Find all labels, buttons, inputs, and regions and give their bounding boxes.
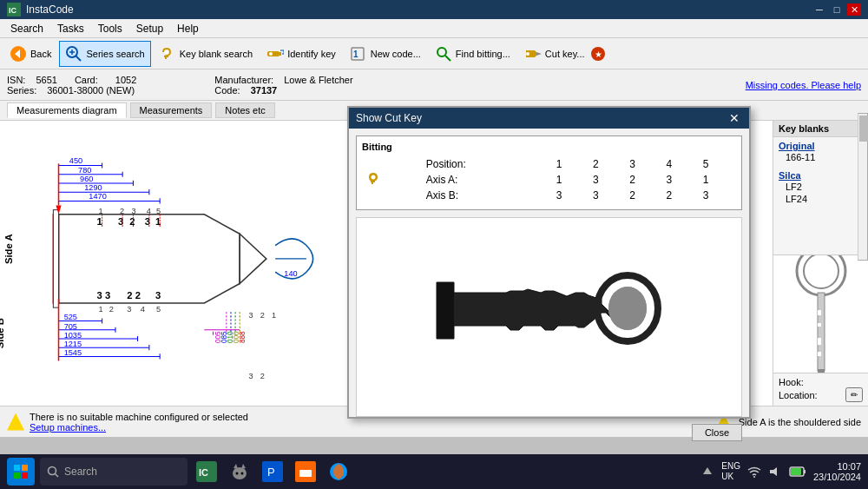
missing-codes-link[interactable]: Missing codes. Please help xyxy=(746,80,861,90)
original-label[interactable]: Original xyxy=(779,141,863,151)
menu-setup[interactable]: Setup xyxy=(129,21,170,36)
original-item[interactable]: 166-11 xyxy=(779,151,863,163)
svg-point-117 xyxy=(49,467,56,475)
taskbar-app-firefox[interactable] xyxy=(325,458,352,486)
svg-marker-22 xyxy=(240,234,266,283)
pos-4: 4 xyxy=(662,157,697,171)
axis-b-4: 2 xyxy=(662,188,697,202)
svg-text:5: 5 xyxy=(156,207,161,215)
tab-measurements-diagram[interactable]: Measurements diagram xyxy=(7,102,127,118)
svg-line-5 xyxy=(76,56,81,61)
svg-text:2: 2 xyxy=(129,216,135,227)
table-row: Position: 1 2 3 4 5 xyxy=(364,157,734,171)
maximize-button[interactable]: □ xyxy=(830,3,844,16)
svg-marker-122 xyxy=(233,464,238,469)
tab-notes[interactable]: Notes etc xyxy=(215,102,274,118)
svg-rect-116 xyxy=(22,472,28,479)
card-value: 1052 xyxy=(115,75,136,85)
svg-text:Side B: Side B xyxy=(0,318,5,348)
menu-search[interactable]: Search xyxy=(3,21,50,36)
taskbar: Search IC P ENG UK 10:07 23/10/2024 xyxy=(0,454,868,489)
axis-b-2: 3 xyxy=(589,188,624,202)
svg-rect-136 xyxy=(791,468,801,475)
svg-point-137 xyxy=(372,175,376,179)
taskbar-app-blue[interactable]: P xyxy=(259,458,286,486)
card-label: Card: xyxy=(75,75,98,85)
position-label: Position: xyxy=(423,157,551,171)
key-image-area: ⊤⊤ xyxy=(773,254,868,373)
start-button[interactable] xyxy=(7,458,35,486)
axis-a-5: 1 xyxy=(700,173,734,187)
pos-5: 5 xyxy=(700,157,734,171)
taskbar-app-orange[interactable] xyxy=(292,458,319,486)
svg-line-16 xyxy=(445,56,450,61)
side-a-text: Side A is the shouldered side xyxy=(739,417,861,427)
cut-key-close-icon[interactable]: ✕ xyxy=(727,110,742,126)
svg-rect-102 xyxy=(818,293,825,371)
svg-text:3: 3 xyxy=(248,311,253,320)
taskbar-app-instacode[interactable]: IC xyxy=(193,458,220,486)
dialog-close-button[interactable]: Close xyxy=(692,424,742,441)
identify-key-icon xyxy=(266,45,284,63)
cut-key-icon xyxy=(524,45,542,63)
taskbar-app-cat[interactable] xyxy=(226,458,253,486)
edit-location-button[interactable]: ✏ xyxy=(845,387,863,402)
key-blank-search-icon xyxy=(159,45,176,63)
svg-point-17 xyxy=(526,52,529,56)
key-blanks-scrollbar[interactable] xyxy=(858,113,868,261)
svg-text:2: 2 xyxy=(260,311,265,320)
close-button[interactable]: ✕ xyxy=(847,3,861,16)
new-code-button[interactable]: 1 New code... xyxy=(344,41,427,67)
svg-rect-135 xyxy=(804,470,806,473)
svg-text:1545: 1545 xyxy=(64,348,82,357)
taskbar-right: ENG UK 10:07 23/10/2024 xyxy=(700,461,861,482)
svg-text:525: 525 xyxy=(64,313,77,321)
cut-key-dialog-title: Show Cut Key ✕ xyxy=(349,108,749,129)
svg-text:1: 1 xyxy=(99,305,103,314)
svg-text:2: 2 xyxy=(120,207,124,215)
identify-key-button[interactable]: Identify key xyxy=(260,41,342,67)
search-box[interactable]: Search xyxy=(40,458,187,486)
svg-rect-106 xyxy=(818,323,821,327)
svg-point-132 xyxy=(753,476,755,478)
back-button[interactable]: Back xyxy=(3,41,57,67)
silca-label[interactable]: Silca xyxy=(779,170,863,181)
series-search-button[interactable]: Series search xyxy=(59,41,150,67)
svg-text:780: 780 xyxy=(78,166,91,175)
svg-rect-115 xyxy=(14,472,20,479)
tab-measurements[interactable]: Measurements xyxy=(130,102,213,118)
find-bitting-icon xyxy=(435,45,452,63)
menu-tools[interactable]: Tools xyxy=(91,21,129,36)
title-bar-left: IC InstaCode xyxy=(7,3,74,17)
code-value: 37137 xyxy=(251,85,278,96)
menu-help[interactable]: Help xyxy=(170,21,206,36)
axis-b-5: 3 xyxy=(700,188,734,202)
hook-label: Hook: xyxy=(779,377,863,387)
cut-key-button[interactable]: Cut key... xyxy=(518,41,591,67)
key-blank-search-button[interactable]: Key blank search xyxy=(153,41,259,67)
svg-rect-129 xyxy=(299,470,312,477)
search-icon xyxy=(47,466,59,478)
cut-key-dialog: Show Cut Key ✕ Bitting Position: 1 2 3 4… xyxy=(347,106,751,419)
manufacturer-label: Manufacturer: xyxy=(214,75,273,85)
svg-rect-113 xyxy=(14,465,20,471)
svg-text:705: 705 xyxy=(64,322,77,331)
isn-value: 5651 xyxy=(36,75,56,85)
silca-item-lf24[interactable]: LF24 xyxy=(779,193,863,205)
title-text: InstaCode xyxy=(26,3,74,16)
tray-up-arrow xyxy=(700,465,714,479)
svg-rect-138 xyxy=(437,282,454,339)
minimize-button[interactable]: ─ xyxy=(812,3,826,16)
silca-item-lf2[interactable]: LF2 xyxy=(779,181,863,193)
menu-tasks[interactable]: Tasks xyxy=(50,21,91,36)
pos-3: 3 xyxy=(626,157,661,171)
code-label: Code: xyxy=(214,85,240,96)
find-bitting-button[interactable]: Find bitting... xyxy=(429,41,516,67)
series-search-icon xyxy=(65,45,82,63)
axis-a-label: Axis A: xyxy=(423,173,551,187)
svg-point-15 xyxy=(437,48,446,56)
svg-text:1: 1 xyxy=(272,311,276,320)
svg-text:1470: 1470 xyxy=(89,192,106,201)
time-display: 10:07 xyxy=(837,461,861,472)
setup-machines-link[interactable]: Setup machines... xyxy=(30,422,248,433)
